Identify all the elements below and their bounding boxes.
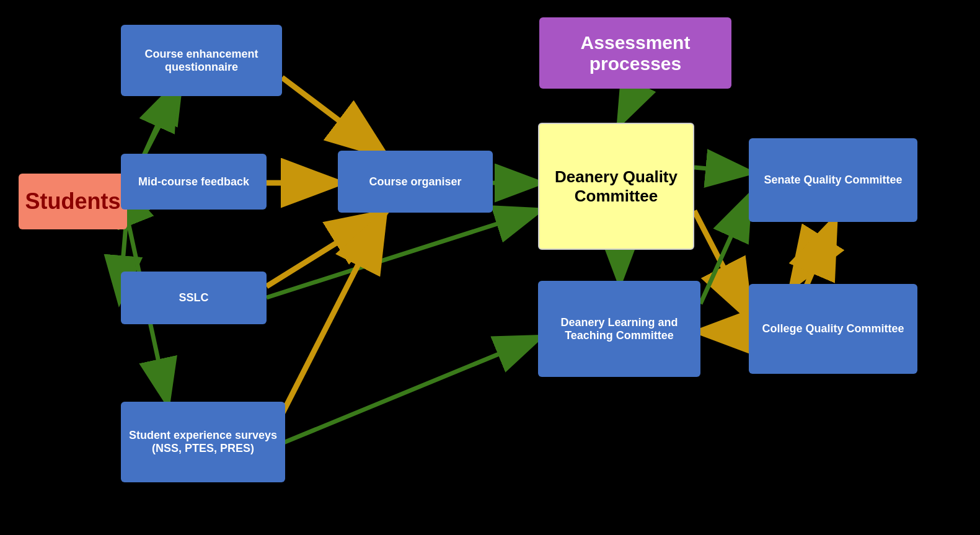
svg-line-15 [620,90,635,123]
college-label: College Quality Committee [762,322,904,335]
deanery-lt-label: Deanery Learning and Teaching Committee [545,316,693,342]
svg-line-26 [700,197,749,304]
college-node: College Quality Committee [749,284,917,374]
svg-line-12 [282,77,383,154]
deanery-node: Deanery Quality Committee [538,123,694,250]
course-organiser-label: Course organiser [369,175,461,188]
deanery-lt-node: Deanery Learning and Teaching Committee [538,281,700,377]
ceq-label: Course enhancement questionnaire [128,48,275,74]
senate-node: Senate Quality Committee [749,138,917,222]
svg-line-16 [694,167,749,172]
senate-label: Senate Quality Committee [764,174,902,187]
students-label: Students [25,188,121,214]
surveys-label: Student experience surveys (NSS, PTES, P… [128,429,278,455]
svg-line-24 [282,216,383,414]
assessment-node: Assessment processes [539,17,731,89]
svg-line-22 [267,214,383,286]
students-node: Students [19,174,127,229]
course-organiser-node: Course organiser [338,151,493,213]
ceq-node: Course enhancement questionnaire [121,25,282,96]
sslc-label: SSLC [179,291,208,304]
svg-line-17 [694,211,749,316]
midcourse-node: Mid-course feedback [121,154,267,210]
sslc-node: SSLC [121,272,267,324]
svg-line-25 [282,338,538,443]
midcourse-label: Mid-course feedback [138,175,249,188]
svg-line-18 [793,220,834,284]
surveys-node: Student experience surveys (NSS, PTES, P… [121,402,285,482]
svg-line-23 [267,211,538,298]
deanery-label: Deanery Quality Committee [547,167,686,206]
assessment-label: Assessment processes [547,32,724,74]
